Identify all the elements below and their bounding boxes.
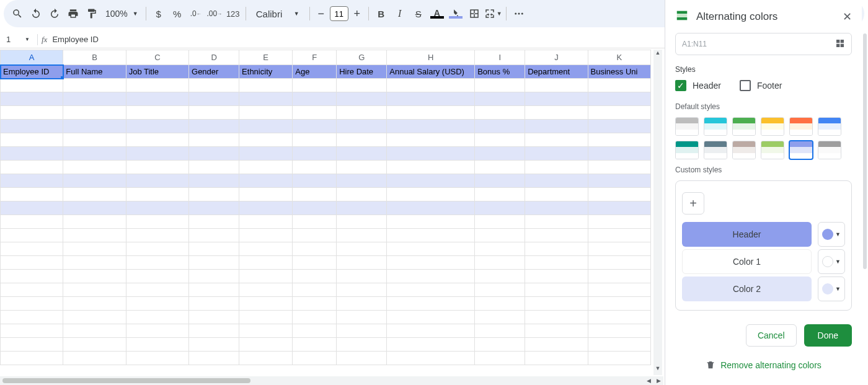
cell[interactable] — [475, 256, 525, 270]
cell[interactable] — [126, 92, 188, 106]
cell[interactable] — [239, 79, 293, 92]
cell[interactable] — [189, 161, 239, 174]
print-button[interactable] — [64, 5, 82, 22]
cell[interactable] — [126, 338, 188, 352]
cell[interactable] — [126, 283, 188, 297]
cell[interactable]: Job Title — [126, 65, 188, 79]
cell[interactable] — [337, 256, 387, 270]
cell[interactable] — [1, 352, 63, 365]
percent-button[interactable]: % — [169, 5, 186, 22]
cell[interactable] — [189, 215, 239, 229]
cell[interactable] — [189, 147, 239, 161]
cell[interactable] — [1, 106, 63, 120]
cell[interactable] — [337, 324, 387, 338]
cell[interactable] — [475, 201, 525, 215]
cell[interactable] — [293, 242, 337, 256]
cell[interactable] — [525, 174, 588, 188]
cell[interactable] — [475, 311, 525, 324]
cell[interactable] — [588, 338, 650, 352]
cell[interactable] — [1, 297, 63, 311]
color1-picker[interactable]: ▼ — [818, 249, 845, 274]
cell[interactable] — [63, 283, 126, 297]
cell[interactable] — [239, 256, 293, 270]
cell[interactable] — [63, 215, 126, 229]
cell[interactable] — [293, 79, 337, 92]
cell[interactable] — [525, 311, 588, 324]
font-family-dropdown[interactable]: Calibri▼ — [250, 9, 306, 19]
cell[interactable] — [337, 270, 387, 283]
cell[interactable] — [525, 120, 588, 133]
cell[interactable] — [189, 352, 239, 365]
style-swatch[interactable] — [818, 117, 841, 136]
cell[interactable] — [475, 242, 525, 256]
cell[interactable] — [525, 338, 588, 352]
cell[interactable] — [337, 106, 387, 120]
cell[interactable] — [337, 311, 387, 324]
cell[interactable] — [475, 79, 525, 92]
cell[interactable] — [293, 229, 337, 242]
cell[interactable] — [239, 161, 293, 174]
cell[interactable] — [1, 270, 63, 283]
cell[interactable] — [239, 133, 293, 147]
cell[interactable] — [387, 92, 475, 106]
scrollbar-thumb[interactable] — [863, 33, 867, 269]
cell[interactable] — [525, 242, 588, 256]
cell[interactable] — [525, 215, 588, 229]
column-header[interactable]: I — [475, 50, 525, 65]
apply-to-range-input[interactable]: A1:N11 — [675, 33, 852, 55]
cell[interactable] — [239, 215, 293, 229]
cell[interactable] — [126, 324, 188, 338]
cell[interactable] — [1, 92, 63, 106]
sidebar-scrollbar[interactable] — [862, 31, 868, 385]
cell[interactable] — [126, 201, 188, 215]
cell[interactable]: Annual Salary (USD) — [387, 65, 475, 79]
scrollbar-thumb[interactable] — [2, 378, 250, 383]
cell[interactable] — [126, 256, 188, 270]
cell[interactable] — [63, 256, 126, 270]
cell[interactable] — [126, 311, 188, 324]
cell[interactable] — [189, 256, 239, 270]
cell[interactable] — [337, 161, 387, 174]
color2-picker[interactable]: ▼ — [818, 277, 845, 301]
cell[interactable] — [239, 147, 293, 161]
cell[interactable] — [475, 174, 525, 188]
cell[interactable] — [239, 311, 293, 324]
cell[interactable] — [525, 161, 588, 174]
cell[interactable] — [63, 311, 126, 324]
cell[interactable] — [525, 256, 588, 270]
cell[interactable] — [475, 120, 525, 133]
cell[interactable] — [293, 270, 337, 283]
cell[interactable] — [475, 215, 525, 229]
cell[interactable] — [189, 283, 239, 297]
cell[interactable] — [387, 79, 475, 92]
cell[interactable] — [239, 120, 293, 133]
cell[interactable] — [189, 201, 239, 215]
cell[interactable] — [189, 188, 239, 201]
cell[interactable] — [189, 229, 239, 242]
cell[interactable] — [293, 120, 337, 133]
cell[interactable] — [387, 242, 475, 256]
cell[interactable]: Department — [525, 65, 588, 79]
cell[interactable] — [293, 188, 337, 201]
cell[interactable] — [475, 229, 525, 242]
cell[interactable] — [387, 338, 475, 352]
column-header[interactable]: C — [126, 50, 188, 65]
cell[interactable] — [63, 201, 126, 215]
spreadsheet-grid[interactable]: ABCDEFGHIJKEmployee IDFull NameJob Title… — [0, 50, 663, 385]
header-color-picker[interactable]: ▼ — [818, 222, 845, 247]
cell[interactable] — [387, 229, 475, 242]
vertical-scrollbar[interactable]: ▲ ▼ — [653, 50, 662, 375]
cell[interactable] — [189, 174, 239, 188]
cell[interactable] — [1, 283, 63, 297]
cell[interactable] — [475, 297, 525, 311]
cell[interactable]: Employee ID — [1, 65, 63, 79]
cell[interactable] — [1, 229, 63, 242]
cell[interactable] — [63, 352, 126, 365]
cell[interactable] — [189, 133, 239, 147]
cell[interactable]: Business Uni — [588, 65, 650, 79]
cell[interactable] — [63, 120, 126, 133]
cell[interactable] — [525, 324, 588, 338]
cell[interactable] — [337, 120, 387, 133]
cell[interactable] — [1, 215, 63, 229]
cell[interactable] — [126, 270, 188, 283]
